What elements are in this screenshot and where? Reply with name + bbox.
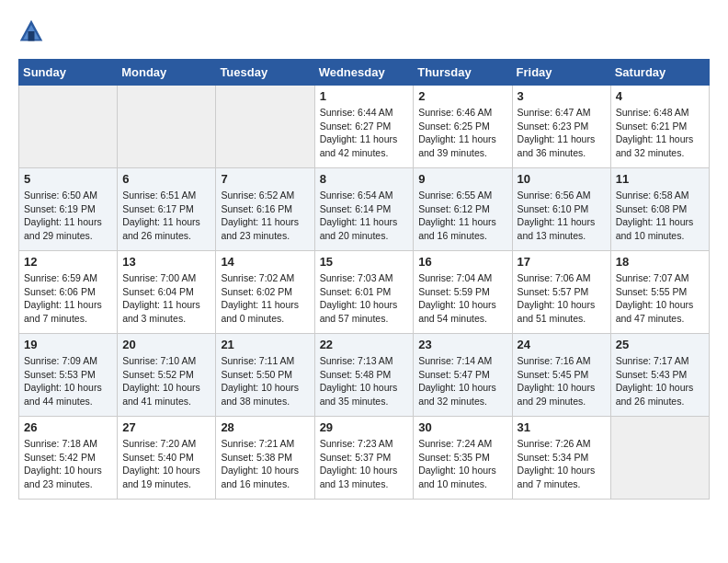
logo [18,18,48,44]
calendar-cell: 28Sunrise: 7:21 AM Sunset: 5:38 PM Dayli… [216,417,314,500]
calendar-cell: 15Sunrise: 7:03 AM Sunset: 6:01 PM Dayli… [314,251,414,334]
day-number: 2 [418,89,506,103]
day-number: 14 [221,255,309,269]
day-number: 6 [122,172,210,186]
calendar-cell: 22Sunrise: 7:13 AM Sunset: 5:48 PM Dayli… [314,334,414,417]
day-number: 10 [518,172,606,186]
calendar-cell: 1Sunrise: 6:44 AM Sunset: 6:27 PM Daylig… [314,86,414,168]
day-info: Sunrise: 7:07 AM Sunset: 5:55 PM Dayligh… [616,271,704,326]
day-number: 27 [122,420,210,434]
day-info: Sunrise: 7:06 AM Sunset: 5:57 PM Dayligh… [518,271,606,326]
calendar-cell: 30Sunrise: 7:24 AM Sunset: 5:35 PM Dayli… [414,417,512,500]
day-info: Sunrise: 6:48 AM Sunset: 6:21 PM Dayligh… [616,106,704,160]
day-number: 23 [418,338,506,351]
calendar-cell: 13Sunrise: 7:00 AM Sunset: 6:04 PM Dayli… [118,251,216,334]
day-info: Sunrise: 6:47 AM Sunset: 6:23 PM Dayligh… [518,106,606,160]
day-info: Sunrise: 6:59 AM Sunset: 6:06 PM Dayligh… [24,271,112,326]
day-info: Sunrise: 6:55 AM Sunset: 6:12 PM Dayligh… [418,189,506,243]
day-number: 13 [122,255,210,269]
day-number: 15 [320,255,409,269]
day-number: 3 [518,89,606,103]
day-number: 12 [24,255,112,269]
day-info: Sunrise: 6:50 AM Sunset: 6:19 PM Dayligh… [24,189,112,243]
day-info: Sunrise: 7:17 AM Sunset: 5:43 PM Dayligh… [616,354,704,408]
calendar-cell: 24Sunrise: 7:16 AM Sunset: 5:45 PM Dayli… [512,334,610,417]
calendar-cell: 7Sunrise: 6:52 AM Sunset: 6:16 PM Daylig… [216,168,314,251]
day-info: Sunrise: 7:13 AM Sunset: 5:48 PM Dayligh… [320,354,409,408]
calendar-week-row: 1Sunrise: 6:44 AM Sunset: 6:27 PM Daylig… [19,86,710,168]
calendar-cell: 20Sunrise: 7:10 AM Sunset: 5:52 PM Dayli… [118,334,216,417]
day-info: Sunrise: 6:54 AM Sunset: 6:14 PM Dayligh… [320,189,409,243]
calendar-cell: 29Sunrise: 7:23 AM Sunset: 5:37 PM Dayli… [314,417,414,500]
calendar-cell: 27Sunrise: 7:20 AM Sunset: 5:40 PM Dayli… [118,417,216,500]
header [18,18,710,44]
calendar-cell [19,86,118,168]
day-number: 19 [24,338,112,351]
day-number: 30 [418,420,506,434]
day-number: 9 [418,172,506,186]
calendar-cell: 6Sunrise: 6:51 AM Sunset: 6:17 PM Daylig… [118,168,216,251]
day-of-week-header: Wednesday [314,60,414,86]
calendar-cell: 21Sunrise: 7:11 AM Sunset: 5:50 PM Dayli… [216,334,314,417]
day-number: 21 [221,338,309,351]
day-of-week-header: Saturday [610,60,709,86]
day-info: Sunrise: 6:51 AM Sunset: 6:17 PM Dayligh… [122,189,210,243]
day-number: 4 [616,89,704,103]
day-number: 17 [518,255,606,269]
calendar-week-row: 12Sunrise: 6:59 AM Sunset: 6:06 PM Dayli… [19,251,710,334]
calendar-cell: 26Sunrise: 7:18 AM Sunset: 5:42 PM Dayli… [19,417,118,500]
calendar-cell: 17Sunrise: 7:06 AM Sunset: 5:57 PM Dayli… [512,251,610,334]
day-number: 29 [320,420,409,434]
calendar-cell [610,417,709,500]
calendar-cell: 25Sunrise: 7:17 AM Sunset: 5:43 PM Dayli… [610,334,709,417]
day-info: Sunrise: 6:52 AM Sunset: 6:16 PM Dayligh… [221,189,309,243]
day-info: Sunrise: 7:09 AM Sunset: 5:53 PM Dayligh… [24,354,112,408]
day-info: Sunrise: 7:10 AM Sunset: 5:52 PM Dayligh… [122,354,210,408]
calendar: SundayMondayTuesdayWednesdayThursdayFrid… [18,59,710,500]
day-info: Sunrise: 7:04 AM Sunset: 5:59 PM Dayligh… [418,271,506,326]
day-number: 28 [221,420,309,434]
day-info: Sunrise: 7:20 AM Sunset: 5:40 PM Dayligh… [122,437,210,491]
calendar-cell: 18Sunrise: 7:07 AM Sunset: 5:55 PM Dayli… [610,251,709,334]
day-of-week-header: Thursday [414,60,512,86]
calendar-cell [118,86,216,168]
day-number: 25 [616,338,704,351]
day-number: 1 [320,89,409,103]
page: SundayMondayTuesdayWednesdayThursdayFrid… [0,0,728,509]
calendar-cell: 3Sunrise: 6:47 AM Sunset: 6:23 PM Daylig… [512,86,610,168]
day-info: Sunrise: 6:58 AM Sunset: 6:08 PM Dayligh… [616,189,704,243]
calendar-cell: 23Sunrise: 7:14 AM Sunset: 5:47 PM Dayli… [414,334,512,417]
calendar-cell: 2Sunrise: 6:46 AM Sunset: 6:25 PM Daylig… [414,86,512,168]
calendar-cell: 14Sunrise: 7:02 AM Sunset: 6:02 PM Dayli… [216,251,314,334]
day-number: 11 [616,172,704,186]
day-of-week-header: Friday [512,60,610,86]
calendar-cell: 16Sunrise: 7:04 AM Sunset: 5:59 PM Dayli… [414,251,512,334]
day-info: Sunrise: 7:16 AM Sunset: 5:45 PM Dayligh… [518,354,606,408]
calendar-cell: 31Sunrise: 7:26 AM Sunset: 5:34 PM Dayli… [512,417,610,500]
day-number: 16 [418,255,506,269]
day-number: 24 [518,338,606,351]
day-number: 7 [221,172,309,186]
day-number: 5 [24,172,112,186]
day-info: Sunrise: 7:24 AM Sunset: 5:35 PM Dayligh… [418,437,506,491]
calendar-week-row: 19Sunrise: 7:09 AM Sunset: 5:53 PM Dayli… [19,334,710,417]
calendar-week-row: 26Sunrise: 7:18 AM Sunset: 5:42 PM Dayli… [19,417,710,500]
svg-rect-2 [28,31,35,41]
calendar-cell: 5Sunrise: 6:50 AM Sunset: 6:19 PM Daylig… [19,168,118,251]
day-info: Sunrise: 7:00 AM Sunset: 6:04 PM Dayligh… [122,271,210,326]
calendar-cell [216,86,314,168]
calendar-cell: 8Sunrise: 6:54 AM Sunset: 6:14 PM Daylig… [314,168,414,251]
day-info: Sunrise: 7:14 AM Sunset: 5:47 PM Dayligh… [418,354,506,408]
calendar-week-row: 5Sunrise: 6:50 AM Sunset: 6:19 PM Daylig… [19,168,710,251]
day-info: Sunrise: 7:02 AM Sunset: 6:02 PM Dayligh… [221,271,309,326]
day-of-week-header: Sunday [19,60,118,86]
day-info: Sunrise: 6:46 AM Sunset: 6:25 PM Dayligh… [418,106,506,160]
day-info: Sunrise: 7:26 AM Sunset: 5:34 PM Dayligh… [518,437,606,491]
day-number: 20 [122,338,210,351]
calendar-cell: 12Sunrise: 6:59 AM Sunset: 6:06 PM Dayli… [19,251,118,334]
day-info: Sunrise: 7:11 AM Sunset: 5:50 PM Dayligh… [221,354,309,408]
day-info: Sunrise: 7:03 AM Sunset: 6:01 PM Dayligh… [320,271,409,326]
day-info: Sunrise: 7:21 AM Sunset: 5:38 PM Dayligh… [221,437,309,491]
day-number: 22 [320,338,409,351]
day-info: Sunrise: 6:44 AM Sunset: 6:27 PM Dayligh… [320,106,409,160]
